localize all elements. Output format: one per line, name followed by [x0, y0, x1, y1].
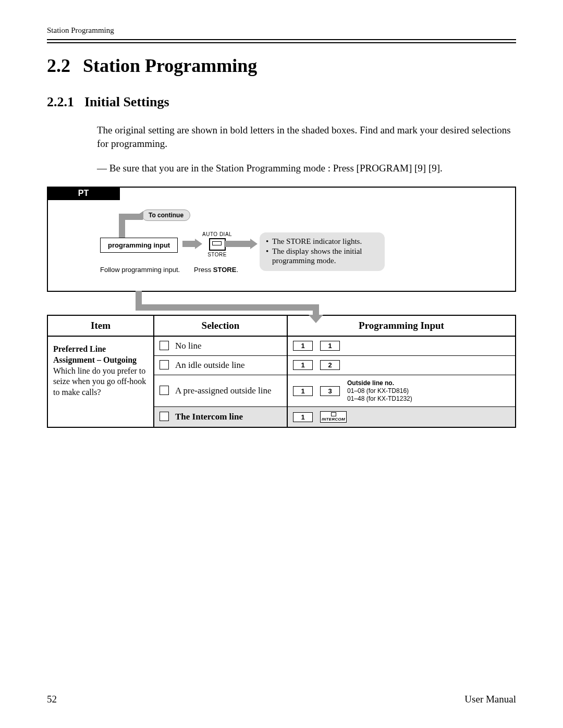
store-callout: •The STORE indicator lights. •The displa…: [260, 232, 385, 271]
page: Station Programming 2.2Station Programmi…: [0, 0, 563, 728]
key-intercom-icon: INTERCOM: [320, 411, 347, 423]
input-cell: 11: [287, 336, 516, 356]
input-cell: 13Outside line no.01–08 (for KX-TD816)01…: [287, 375, 516, 406]
section-heading: 2.2Station Programming: [47, 55, 516, 77]
selection-cell: The Intercom line: [154, 407, 287, 428]
selection-label: A pre-assigned outside line: [175, 386, 272, 396]
mode-note: — Be sure that you are in the Station Pr…: [97, 162, 516, 175]
key-1: 1: [293, 412, 313, 422]
input-cell: 1INTERCOM: [287, 407, 516, 428]
to-continue-pill: To continue: [142, 209, 190, 221]
selection-checkbox[interactable]: [160, 412, 169, 421]
selection-cell: No line: [154, 336, 287, 356]
auto-dial-label: AUTO DIAL: [202, 231, 232, 237]
input-cell: 12: [287, 355, 516, 375]
programming-table: Item Selection Programming Input Preferr…: [47, 315, 516, 428]
key-2: 2: [320, 360, 340, 370]
programming-input-box: programming input: [100, 238, 178, 253]
intro-paragraph: The original setting are shown in bold l…: [97, 124, 516, 150]
pt-diagram: PT To continue programming input Follow …: [47, 187, 516, 292]
th-item: Item: [47, 315, 154, 336]
store-label: STORE: [202, 252, 232, 257]
selection-cell: An idle outside line: [154, 355, 287, 375]
callout-line-2: The display shows the initial programmin…: [272, 246, 378, 266]
item-cell: Preferred Line Assignment – OutgoingWhic…: [47, 336, 154, 427]
subsection-title: Initial Settings: [84, 94, 169, 109]
follow-programming-text: Follow programming input.: [100, 266, 180, 274]
doc-title: User Manual: [464, 694, 516, 705]
flow-arrow-right-icon: [224, 241, 251, 247]
page-number: 52: [47, 694, 57, 705]
item-title: Preferred Line Assignment – Outgoing: [53, 344, 148, 366]
selection-cell: A pre-assigned outside line: [154, 375, 287, 406]
key-1: 1: [293, 360, 313, 370]
selection-label: No line: [175, 341, 202, 351]
running-header: Station Programming: [47, 26, 516, 35]
item-desc: Which line do you prefer to seize when y…: [53, 366, 148, 398]
selection-checkbox[interactable]: [160, 386, 169, 395]
th-selection: Selection: [154, 315, 287, 336]
flow-arrow-right-icon: [182, 241, 196, 247]
subsection-heading: 2.2.1Initial Settings: [47, 94, 516, 110]
section-number: 2.2: [47, 55, 70, 76]
page-footer: 52 User Manual: [47, 694, 516, 705]
selection-checkbox[interactable]: [160, 360, 169, 369]
key-1: 1: [293, 341, 313, 351]
selection-label: The Intercom line: [175, 412, 243, 422]
selection-label: An idle outside line: [175, 360, 245, 370]
press-store-text: Press STORE.: [194, 266, 238, 274]
press-store-pre: Press: [194, 266, 213, 274]
key-3: 3: [320, 386, 340, 396]
flow-l-connector: [47, 292, 516, 315]
header-rule: [47, 39, 516, 43]
selection-checkbox[interactable]: [160, 341, 169, 350]
section-title: Station Programming: [83, 55, 257, 76]
press-store-bold: STORE: [213, 266, 237, 274]
key-1: 1: [320, 341, 340, 351]
pt-content: To continue programming input Follow pro…: [48, 188, 515, 291]
outside-line-note: Outside line no.01–08 (for KX-TD816)01–4…: [347, 379, 412, 402]
callout-line-1: The STORE indicator lights.: [272, 237, 362, 246]
store-key-icon: [209, 238, 226, 251]
subsection-number: 2.2.1: [47, 94, 74, 109]
key-1: 1: [293, 386, 313, 396]
press-store-post: .: [236, 266, 238, 274]
